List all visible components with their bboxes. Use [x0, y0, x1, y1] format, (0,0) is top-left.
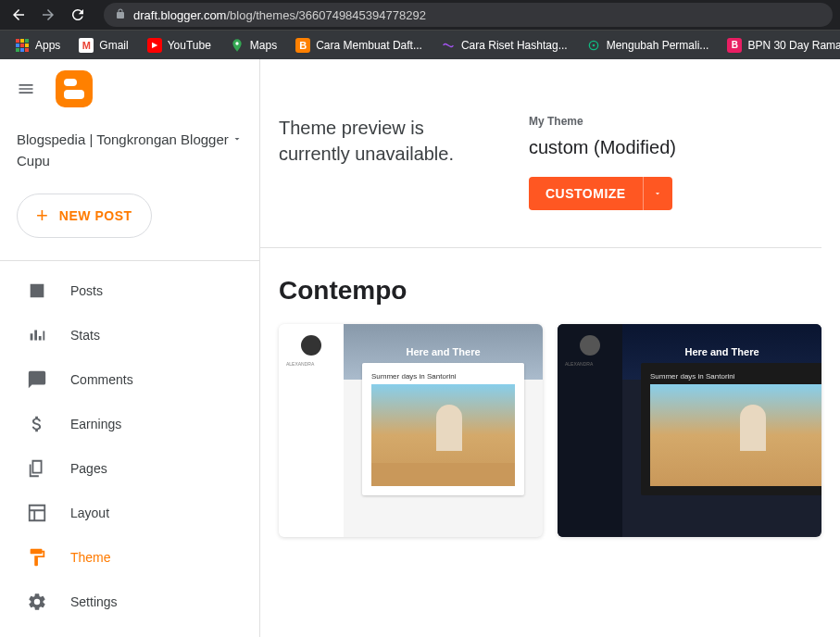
nav-pages[interactable]: Pages: [0, 446, 259, 491]
main-content: Theme preview is currently unavailable. …: [260, 59, 840, 637]
forward-button[interactable]: [37, 4, 59, 26]
nav-comments[interactable]: Comments: [0, 357, 259, 402]
nav-posts[interactable]: Posts: [0, 269, 259, 313]
svg-point-0: [235, 42, 238, 44]
stats-icon: [26, 324, 48, 346]
apps-icon: [15, 38, 30, 53]
bpn-icon: B: [727, 38, 742, 53]
youtube-icon: ▶: [147, 38, 162, 53]
comments-icon: [26, 368, 48, 391]
blogger-icon: B: [295, 38, 310, 53]
nav-earnings[interactable]: Earnings: [0, 402, 259, 446]
posts-icon: [26, 280, 48, 302]
gear-green-icon: [586, 38, 601, 53]
maps-icon: [230, 38, 244, 53]
blogger-logo[interactable]: [56, 70, 93, 107]
nav-theme[interactable]: Theme: [0, 535, 259, 580]
chevron-down-icon: [232, 130, 243, 148]
customize-dropdown-button[interactable]: [643, 177, 672, 210]
nav-settings[interactable]: Settings: [0, 580, 259, 624]
preview-unavailable-text: Theme preview is currently unavailable.: [279, 115, 492, 210]
bookmark-bpn[interactable]: B BPN 30 Day Ramad...: [720, 34, 840, 56]
nav-stats[interactable]: Stats: [0, 313, 259, 357]
blog-selector[interactable]: Blogspedia | Tongkrongan Blogger Cupu: [0, 119, 259, 171]
bookmark-gmail[interactable]: M Gmail: [71, 34, 135, 56]
nav-layout[interactable]: Layout: [0, 491, 259, 535]
bookmark-hashtag[interactable]: Cara Riset Hashtag...: [433, 34, 575, 56]
reload-button[interactable]: [67, 4, 89, 26]
pages-icon: [26, 457, 48, 480]
theme-card-contempo-dark[interactable]: ALEXANDRA Here and There Summer days in …: [558, 324, 821, 537]
svg-point-2: [592, 44, 595, 46]
theme-name: custom (Modified): [529, 137, 784, 158]
blog-name: Blogspedia | Tongkrongan Blogger Cupu: [17, 130, 232, 171]
theme-grid: ALEXANDRA Here and There Summer days in …: [260, 324, 840, 537]
bookmarks-bar: Apps M Gmail ▶ YouTube Maps B Cara Membu…: [0, 30, 840, 59]
menu-button[interactable]: [15, 78, 37, 100]
lock-icon: [115, 6, 126, 23]
back-button[interactable]: [7, 4, 30, 26]
theme-icon: [26, 546, 48, 568]
browser-nav-bar: draft.blogger.com/blog/themes/3660749845…: [0, 0, 840, 30]
bookmark-permali[interactable]: Mengubah Permali...: [579, 34, 717, 56]
plus-icon: +: [36, 204, 48, 228]
settings-icon: [26, 591, 48, 613]
bookmark-youtube[interactable]: ▶ YouTube: [140, 34, 219, 56]
section-title-contempo: Contempo: [260, 248, 840, 324]
theme-card-contempo-light[interactable]: ALEXANDRA Here and There Summer days in …: [279, 324, 543, 537]
sidebar: Blogspedia | Tongkrongan Blogger Cupu + …: [0, 59, 260, 637]
my-theme-label: My Theme: [529, 115, 784, 128]
hashtag-icon: [441, 38, 456, 53]
earnings-icon: [26, 413, 48, 435]
bookmark-apps[interactable]: Apps: [7, 34, 68, 56]
bookmark-blogger[interactable]: B Cara Membuat Daft...: [288, 34, 430, 56]
new-post-button[interactable]: + NEW POST: [17, 194, 152, 238]
url-text: draft.blogger.com/blog/themes/3660749845…: [133, 8, 426, 22]
nav-list: Posts Stats Comments Earnings Pages Layo…: [0, 261, 259, 631]
layout-icon: [26, 502, 48, 524]
customize-button[interactable]: CUSTOMIZE: [529, 177, 643, 210]
address-bar[interactable]: draft.blogger.com/blog/themes/3660749845…: [104, 3, 833, 27]
current-theme-section: Theme preview is currently unavailable. …: [260, 59, 821, 248]
gmail-icon: M: [79, 38, 94, 53]
bookmark-maps[interactable]: Maps: [222, 34, 284, 56]
